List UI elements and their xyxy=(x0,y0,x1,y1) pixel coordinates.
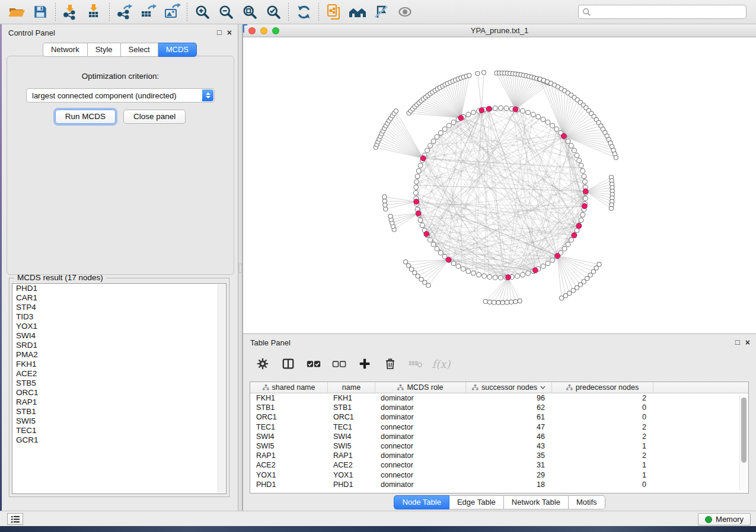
criterion-select[interactable]: largest connected component (undirected) xyxy=(26,88,215,102)
tab-network-table[interactable]: Network Table xyxy=(504,495,569,509)
cell-filler xyxy=(653,480,748,489)
mcds-result-item[interactable]: PHD1 xyxy=(12,284,226,293)
cell-successor-nodes: 61 xyxy=(466,412,552,422)
refresh-button[interactable] xyxy=(292,2,315,22)
cell-filler xyxy=(653,403,748,412)
table-scrollbar-thumb[interactable] xyxy=(741,398,747,463)
desktop-wallpaper-bottom xyxy=(0,526,756,532)
column-header-shared-name[interactable]: shared name xyxy=(250,382,328,393)
new-network-home-button[interactable] xyxy=(346,2,369,22)
float-panel-icon[interactable]: □ xyxy=(735,338,740,346)
delete-column-button[interactable] xyxy=(382,356,398,371)
search-box[interactable] xyxy=(578,5,747,19)
zoom-selected-button[interactable] xyxy=(261,2,285,22)
memory-button[interactable]: Memory xyxy=(698,513,751,525)
mcds-result-item[interactable]: STB1 xyxy=(12,407,226,416)
mcds-result-item[interactable]: FKH1 xyxy=(12,360,226,369)
tab-network[interactable]: Network xyxy=(43,43,88,57)
splitter-grip[interactable] xyxy=(239,264,241,273)
export-table-button[interactable] xyxy=(136,2,160,22)
tab-style[interactable]: Style xyxy=(88,43,121,57)
save-icon xyxy=(33,4,48,20)
open-file-button[interactable] xyxy=(5,2,28,22)
zoom-fit-icon xyxy=(242,4,258,20)
zoom-fit-button[interactable] xyxy=(238,2,261,22)
table-row[interactable]: STB1STB1dominator620 xyxy=(250,403,748,412)
network-titlebar[interactable]: YPA_prune.txt_1 xyxy=(243,24,756,37)
hide-annotations-button[interactable] xyxy=(369,2,393,22)
column-header-successor-nodes[interactable]: successor nodes xyxy=(466,382,552,393)
table-row[interactable]: PHD1PHD1dominator180 xyxy=(250,480,748,489)
save-session-button[interactable] xyxy=(28,2,52,22)
mcds-result-item[interactable]: RAP1 xyxy=(12,398,226,407)
table-row[interactable]: ORC1ORC1dominator610 xyxy=(250,412,748,422)
memory-status-icon xyxy=(705,516,712,523)
settings-button[interactable] xyxy=(255,356,270,371)
cell-mcds-role: dominator xyxy=(375,403,466,412)
column-header-predecessor-nodes[interactable]: predecessor nodes xyxy=(552,382,653,393)
run-mcds-button[interactable]: Run MCDS xyxy=(55,110,116,124)
close-panel-button[interactable]: Close panel xyxy=(123,110,186,124)
column-header-mcds-role[interactable]: MCDS role xyxy=(375,382,466,393)
search-input[interactable] xyxy=(591,7,742,17)
network-graph[interactable] xyxy=(243,37,756,333)
tab-mcds[interactable]: MCDS xyxy=(158,43,197,57)
share-network-button[interactable] xyxy=(322,2,346,22)
list-icon xyxy=(11,515,20,523)
mcds-result-item[interactable]: TID3 xyxy=(12,312,226,322)
zoom-out-button[interactable] xyxy=(214,2,238,22)
tab-node-table[interactable]: Node Table xyxy=(394,495,449,509)
tab-select[interactable]: Select xyxy=(121,43,158,57)
table-toolbar: f(x) xyxy=(243,350,756,377)
task-history-button[interactable] xyxy=(7,513,23,525)
delete-table-button[interactable] xyxy=(408,356,423,371)
cell-shared-name: ORC1 xyxy=(250,412,328,422)
window-minimize-light[interactable] xyxy=(260,27,267,34)
mcds-result-item[interactable]: PMA2 xyxy=(12,350,226,360)
mcds-result-item[interactable]: ACE2 xyxy=(12,369,226,379)
export-network-button[interactable] xyxy=(113,2,136,22)
function-builder-button[interactable]: f(x) xyxy=(433,356,449,371)
table-row[interactable]: YOX1YOX1connector291 xyxy=(250,470,748,480)
window-zoom-light[interactable] xyxy=(272,27,279,34)
cell-mcds-role: connector xyxy=(375,441,466,451)
mcds-result-item[interactable]: GCR1 xyxy=(12,435,226,445)
mcds-result-item[interactable]: SWI5 xyxy=(12,416,226,426)
toolbar-separator xyxy=(288,3,289,21)
mcds-result-item[interactable]: SRD1 xyxy=(12,341,226,350)
show-hidden-button[interactable] xyxy=(393,2,417,22)
tab-motifs[interactable]: Motifs xyxy=(569,495,605,509)
close-panel-icon[interactable]: × xyxy=(745,338,750,347)
mcds-list-scrollbar[interactable] xyxy=(218,284,225,493)
select-all-button[interactable] xyxy=(306,356,321,371)
table-row[interactable]: TEC1TEC1connector472 xyxy=(250,422,748,432)
tab-edge-table[interactable]: Edge Table xyxy=(449,495,504,509)
mcds-result-item[interactable]: YOX1 xyxy=(12,322,226,331)
mcds-result-item[interactable]: STP4 xyxy=(12,303,226,312)
column-header-name[interactable]: name xyxy=(328,382,375,393)
mcds-result-item[interactable]: CAR1 xyxy=(12,293,226,303)
add-column-button[interactable] xyxy=(357,356,372,371)
mcds-result-item[interactable]: ORC1 xyxy=(12,388,226,398)
mcds-result-item[interactable]: STB5 xyxy=(12,379,226,388)
table-row[interactable]: ACE2ACE2connector311 xyxy=(250,460,748,470)
table-row[interactable]: RAP1RAP1dominator352 xyxy=(250,451,748,460)
mcds-result-item[interactable]: TEC1 xyxy=(12,426,226,435)
deselect-all-button[interactable] xyxy=(331,356,347,371)
network-canvas[interactable] xyxy=(243,37,756,333)
table-scrollbar[interactable] xyxy=(739,395,747,491)
mcds-result-list[interactable]: PHD1CAR1STP4TID3YOX1SWI4SRD1PMA2FKH1ACE2… xyxy=(12,283,227,494)
table-row[interactable]: SWI5SWI5connector431 xyxy=(250,441,748,451)
vertical-splitter[interactable] xyxy=(238,24,243,511)
import-network-button[interactable] xyxy=(59,2,82,22)
zoom-in-button[interactable] xyxy=(190,2,214,22)
export-image-button[interactable] xyxy=(160,2,184,22)
close-panel-icon[interactable]: × xyxy=(227,28,232,37)
split-columns-button[interactable] xyxy=(280,356,296,371)
table-row[interactable]: SWI4SWI4dominator462 xyxy=(250,432,748,441)
mcds-result-item[interactable]: SWI4 xyxy=(12,331,226,341)
window-close-light[interactable] xyxy=(248,27,256,34)
import-table-button[interactable] xyxy=(82,2,106,22)
table-row[interactable]: FKH1FKH1dominator962 xyxy=(250,393,748,403)
float-panel-icon[interactable]: □ xyxy=(217,28,222,36)
